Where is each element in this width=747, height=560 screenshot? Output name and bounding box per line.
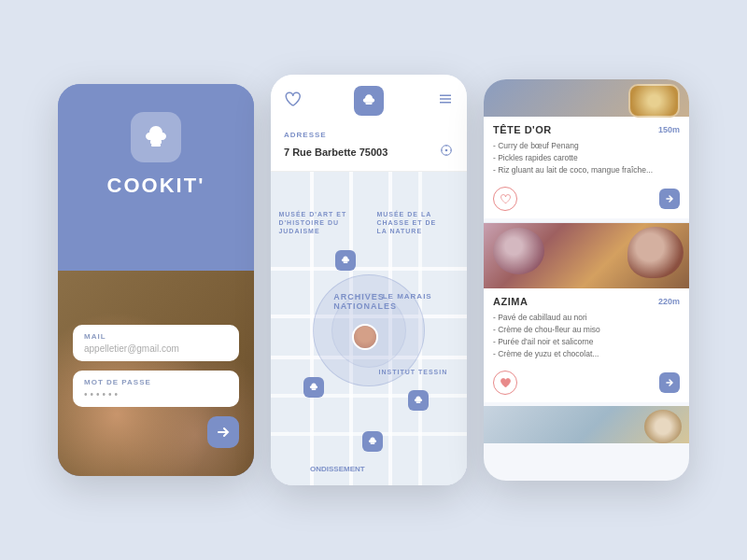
map-label-museum1: Musée d'art etd'histoire dujudaisme (278, 210, 346, 235)
restaurant-card-1: TÊTE D'OR 150m - Curry de bœuf Penang - … (484, 117, 689, 218)
restaurant-1-menu: - Curry de bœuf Penang - Pickles rapides… (493, 140, 680, 175)
heart-icon-1 (500, 193, 511, 204)
map-label-ondissement: ONDISSEMENT (310, 465, 365, 473)
top-partial-image (484, 79, 689, 117)
restaurant-1-name: TÊTE D'OR (493, 124, 552, 135)
restaurant-1-favorite-button[interactable] (493, 187, 517, 211)
restaurant-2-name: AZIMA (493, 296, 528, 307)
email-field-container[interactable]: MAIL appelletier@gmail.com (73, 325, 239, 361)
restaurant-2-info: AZIMA 220m - Pavé de cabillaud au nori -… (484, 288, 689, 367)
restaurant-card-2: AZIMA 220m - Pavé de cabillaud au nori -… (484, 288, 689, 402)
restaurant-2-detail-button[interactable] (659, 372, 680, 393)
map-area[interactable]: Musée d'art etd'histoire dujudaisme Musé… (271, 172, 467, 485)
restaurant-2-header: AZIMA 220m (493, 296, 680, 307)
arrow-right-icon-2 (665, 378, 674, 387)
user-avatar (352, 324, 378, 350)
chef-hat-small-icon (360, 92, 377, 109)
address-bar: ADRESSE 7 Rue Barbette 75003 (271, 125, 467, 172)
map-label-museum2: Musée de laChasse et dela Nature (376, 210, 436, 235)
address-row: 7 Rue Barbette 75003 (284, 143, 454, 161)
map-header (271, 75, 467, 125)
svg-rect-11 (371, 442, 375, 444)
chef-pin-icon-2 (308, 382, 319, 393)
compass-icon (439, 143, 454, 158)
address-value[interactable]: 7 Rue Barbette 75003 (284, 147, 388, 158)
map-background: Musée d'art etd'histoire dujudaisme Musé… (271, 172, 467, 485)
location-icon[interactable] (439, 143, 454, 161)
password-field-container[interactable]: MOT DE PASSE •••••• (73, 371, 239, 407)
map-screen: ADRESSE 7 Rue Barbette 75003 (271, 75, 467, 485)
login-screen: COOKIT' MAIL appelletier@gmail.com MOT D… (58, 84, 254, 476)
map-label-institut: Institut Tessin (379, 369, 448, 375)
login-submit-button[interactable] (207, 416, 239, 448)
food-bowl (493, 228, 544, 274)
restaurants-screen: TÊTE D'OR 150m - Curry de bœuf Penang - … (484, 79, 689, 481)
address-label: ADRESSE (284, 131, 454, 139)
screens-container: COOKIT' MAIL appelletier@gmail.com MOT D… (39, 47, 708, 513)
bottom-food-decoration (644, 410, 682, 443)
avatar-face (354, 326, 376, 348)
food-decoration-2 (627, 227, 684, 278)
svg-rect-8 (344, 261, 348, 263)
restaurant-1-footer (484, 183, 689, 218)
svg-rect-2 (366, 103, 373, 105)
password-dots: •••••• (84, 389, 228, 399)
svg-point-7 (445, 149, 448, 152)
svg-rect-10 (416, 401, 420, 403)
email-label: MAIL (84, 332, 228, 341)
map-chef-logo (354, 86, 384, 116)
svg-rect-1 (151, 144, 161, 147)
heart-icon-2 (500, 377, 511, 388)
svg-rect-0 (150, 140, 162, 144)
hamburger-menu-icon[interactable] (437, 91, 454, 111)
restaurant-2-favorite-button[interactable] (493, 371, 517, 395)
chef-pin-1[interactable] (335, 250, 356, 271)
heart-outline-icon (284, 91, 301, 107)
map-label-marais: LE MARAIS (383, 292, 432, 301)
chef-pin-3[interactable] (408, 390, 429, 411)
restaurant-1-header: TÊTE D'OR 150m (493, 124, 680, 135)
login-form: MAIL appelletier@gmail.com MOT DE PASSE … (73, 325, 239, 448)
login-top: COOKIT' (58, 84, 254, 220)
restaurant-1-info: TÊTE D'OR 150m - Curry de bœuf Penang - … (484, 117, 689, 183)
favorite-button[interactable] (284, 91, 301, 111)
arrow-right-icon (216, 425, 231, 440)
restaurant-2-footer (484, 367, 689, 402)
restaurant-1-distance: 150m (658, 125, 680, 134)
chef-pin-4[interactable] (362, 431, 383, 452)
chef-pin-icon-1 (340, 255, 351, 266)
app-title: COOKIT' (107, 174, 205, 198)
chef-hat-logo (131, 112, 181, 162)
restaurant-2-distance: 220m (658, 297, 680, 306)
menu-lines-icon (437, 91, 454, 107)
password-label: MOT DE PASSE (84, 378, 228, 386)
arrow-right-icon-1 (665, 194, 674, 203)
email-value: appelletier@gmail.com (84, 343, 228, 354)
chef-hat-icon (141, 122, 171, 152)
chef-pin-icon-3 (413, 395, 424, 406)
top-food-decoration (628, 84, 680, 118)
restaurant-2-menu: - Pavé de cabillaud au nori - Crème de c… (493, 312, 680, 359)
svg-rect-9 (312, 388, 317, 390)
bottom-partial-image (484, 406, 689, 443)
chef-pin-icon-4 (367, 436, 378, 447)
restaurant-2-image (484, 223, 689, 288)
chef-pin-2[interactable] (303, 377, 324, 398)
restaurant-1-detail-button[interactable] (659, 189, 680, 209)
